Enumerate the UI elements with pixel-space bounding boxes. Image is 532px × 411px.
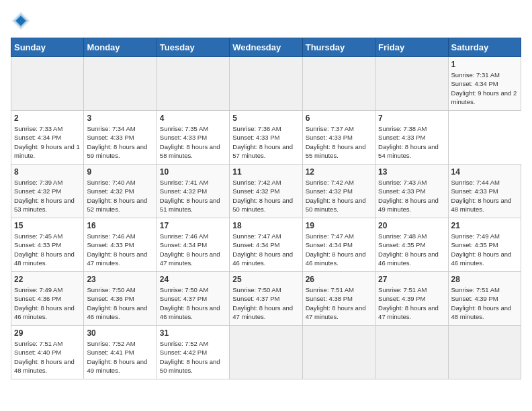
calendar-cell: 17Sunrise: 7:46 AMSunset: 4:34 PMDayligh… (157, 218, 229, 272)
day-number: 26 (306, 275, 372, 284)
calendar-cell: 19Sunrise: 7:47 AMSunset: 4:34 PMDayligh… (302, 218, 375, 272)
calendar-table: Sunday Monday Tuesday Wednesday Thursday… (11, 38, 521, 379)
day-number: 16 (87, 221, 153, 230)
day-info: Sunrise: 7:51 AMSunset: 4:39 PMDaylight:… (451, 285, 518, 321)
day-info: Sunrise: 7:37 AMSunset: 4:33 PMDaylight:… (306, 124, 372, 160)
calendar-cell: 5Sunrise: 7:36 AMSunset: 4:33 PMDaylight… (230, 111, 302, 165)
day-info: Sunrise: 7:52 AMSunset: 4:42 PMDaylight:… (160, 339, 226, 375)
day-info: Sunrise: 7:36 AMSunset: 4:33 PMDaylight:… (232, 124, 299, 160)
day-number: 12 (306, 167, 372, 177)
calendar-cell: 27Sunrise: 7:51 AMSunset: 4:39 PMDayligh… (375, 272, 448, 326)
day-number: 31 (160, 328, 226, 338)
calendar-cell: 21Sunrise: 7:49 AMSunset: 4:35 PMDayligh… (448, 218, 521, 272)
calendar-cell (11, 57, 84, 111)
day-number: 30 (87, 328, 153, 338)
calendar-cell: 12Sunrise: 7:42 AMSunset: 4:32 PMDayligh… (302, 165, 375, 218)
day-number: 1 (451, 60, 518, 69)
calendar-cell: 1Sunrise: 7:31 AMSunset: 4:34 PMDaylight… (448, 57, 521, 111)
day-info: Sunrise: 7:45 AMSunset: 4:33 PMDaylight:… (14, 232, 81, 267)
calendar-cell: 22Sunrise: 7:49 AMSunset: 4:36 PMDayligh… (11, 272, 84, 326)
header-friday: Friday (375, 38, 448, 57)
day-number: 17 (160, 221, 226, 230)
calendar-cell: 29Sunrise: 7:51 AMSunset: 4:40 PMDayligh… (11, 326, 84, 379)
day-number: 14 (451, 167, 518, 177)
calendar-header: Sunday Monday Tuesday Wednesday Thursday… (11, 38, 521, 57)
calendar-cell (302, 326, 375, 379)
day-number: 28 (451, 275, 518, 284)
calendar-body: 1Sunrise: 7:31 AMSunset: 4:34 PMDaylight… (11, 57, 521, 379)
week-row-1: 1Sunrise: 7:31 AMSunset: 4:34 PMDaylight… (11, 57, 521, 111)
day-number: 10 (160, 167, 226, 177)
day-number: 19 (306, 221, 372, 230)
calendar-cell: 11Sunrise: 7:42 AMSunset: 4:32 PMDayligh… (230, 165, 302, 218)
week-row-2: 2Sunrise: 7:33 AMSunset: 4:34 PMDaylight… (11, 111, 521, 165)
calendar-cell (84, 57, 157, 111)
calendar-cell: 13Sunrise: 7:43 AMSunset: 4:33 PMDayligh… (375, 165, 448, 218)
calendar-cell: 6Sunrise: 7:37 AMSunset: 4:33 PMDaylight… (302, 111, 375, 165)
calendar-cell: 30Sunrise: 7:52 AMSunset: 4:41 PMDayligh… (84, 326, 157, 379)
week-row-4: 15Sunrise: 7:45 AMSunset: 4:33 PMDayligh… (11, 218, 521, 272)
calendar-cell (375, 57, 448, 111)
day-number: 18 (232, 221, 299, 230)
calendar-cell: 23Sunrise: 7:50 AMSunset: 4:36 PMDayligh… (84, 272, 157, 326)
day-number: 6 (306, 113, 372, 123)
day-info: Sunrise: 7:51 AMSunset: 4:40 PMDaylight:… (14, 339, 81, 375)
header-monday: Monday (84, 38, 157, 57)
day-number: 11 (232, 167, 299, 177)
day-number: 15 (14, 221, 81, 230)
calendar-cell: 20Sunrise: 7:48 AMSunset: 4:35 PMDayligh… (375, 218, 448, 272)
calendar-cell: 28Sunrise: 7:51 AMSunset: 4:39 PMDayligh… (448, 272, 521, 326)
calendar-cell: 15Sunrise: 7:45 AMSunset: 4:33 PMDayligh… (11, 218, 84, 272)
header-saturday: Saturday (448, 38, 521, 57)
day-info: Sunrise: 7:47 AMSunset: 4:34 PMDaylight:… (232, 232, 299, 267)
day-info: Sunrise: 7:47 AMSunset: 4:34 PMDaylight:… (306, 232, 372, 267)
day-info: Sunrise: 7:50 AMSunset: 4:37 PMDaylight:… (232, 285, 299, 321)
calendar-cell (375, 326, 448, 379)
day-info: Sunrise: 7:41 AMSunset: 4:32 PMDaylight:… (160, 178, 226, 214)
day-number: 3 (87, 113, 153, 123)
calendar-cell: 24Sunrise: 7:50 AMSunset: 4:37 PMDayligh… (157, 272, 229, 326)
week-row-6: 29Sunrise: 7:51 AMSunset: 4:40 PMDayligh… (11, 326, 521, 379)
header-thursday: Thursday (302, 38, 375, 57)
header-wednesday: Wednesday (230, 38, 302, 57)
header-sunday: Sunday (11, 38, 84, 57)
calendar-cell (157, 57, 229, 111)
week-row-5: 22Sunrise: 7:49 AMSunset: 4:36 PMDayligh… (11, 272, 521, 326)
day-info: Sunrise: 7:50 AMSunset: 4:37 PMDaylight:… (160, 285, 226, 321)
calendar-cell: 3Sunrise: 7:34 AMSunset: 4:33 PMDaylight… (84, 111, 157, 165)
header-tuesday: Tuesday (157, 38, 229, 57)
day-number: 22 (14, 275, 81, 284)
day-number: 29 (14, 328, 81, 338)
calendar-cell (230, 57, 302, 111)
header-row: Sunday Monday Tuesday Wednesday Thursday… (11, 38, 521, 57)
day-number: 25 (232, 275, 299, 284)
day-number: 27 (378, 275, 445, 284)
day-number: 9 (87, 167, 153, 177)
day-number: 7 (378, 113, 445, 123)
day-info: Sunrise: 7:31 AMSunset: 4:34 PMDaylight:… (451, 71, 518, 106)
day-info: Sunrise: 7:33 AMSunset: 4:34 PMDaylight:… (14, 124, 81, 160)
day-info: Sunrise: 7:51 AMSunset: 4:38 PMDaylight:… (306, 285, 372, 321)
day-info: Sunrise: 7:52 AMSunset: 4:41 PMDaylight:… (87, 339, 153, 375)
calendar-cell: 26Sunrise: 7:51 AMSunset: 4:38 PMDayligh… (302, 272, 375, 326)
calendar-cell: 4Sunrise: 7:35 AMSunset: 4:33 PMDaylight… (157, 111, 229, 165)
day-info: Sunrise: 7:43 AMSunset: 4:33 PMDaylight:… (378, 178, 445, 214)
calendar-cell: 14Sunrise: 7:44 AMSunset: 4:33 PMDayligh… (448, 165, 521, 218)
calendar-cell: 2Sunrise: 7:33 AMSunset: 4:34 PMDaylight… (11, 111, 84, 165)
calendar-cell: 8Sunrise: 7:39 AMSunset: 4:32 PMDaylight… (11, 165, 84, 218)
day-info: Sunrise: 7:42 AMSunset: 4:32 PMDaylight:… (306, 178, 372, 214)
day-number: 5 (232, 113, 299, 123)
calendar-cell (302, 57, 375, 111)
day-number: 24 (160, 275, 226, 284)
day-info: Sunrise: 7:46 AMSunset: 4:33 PMDaylight:… (87, 232, 153, 267)
week-row-3: 8Sunrise: 7:39 AMSunset: 4:32 PMDaylight… (11, 165, 521, 218)
day-number: 21 (451, 221, 518, 230)
logo (11, 11, 34, 31)
day-info: Sunrise: 7:49 AMSunset: 4:35 PMDaylight:… (451, 232, 518, 267)
calendar-cell: 10Sunrise: 7:41 AMSunset: 4:32 PMDayligh… (157, 165, 229, 218)
day-number: 13 (378, 167, 445, 177)
day-number: 2 (14, 113, 81, 123)
day-info: Sunrise: 7:48 AMSunset: 4:35 PMDaylight:… (378, 232, 445, 267)
day-info: Sunrise: 7:46 AMSunset: 4:34 PMDaylight:… (160, 232, 226, 267)
day-info: Sunrise: 7:50 AMSunset: 4:36 PMDaylight:… (87, 285, 153, 321)
